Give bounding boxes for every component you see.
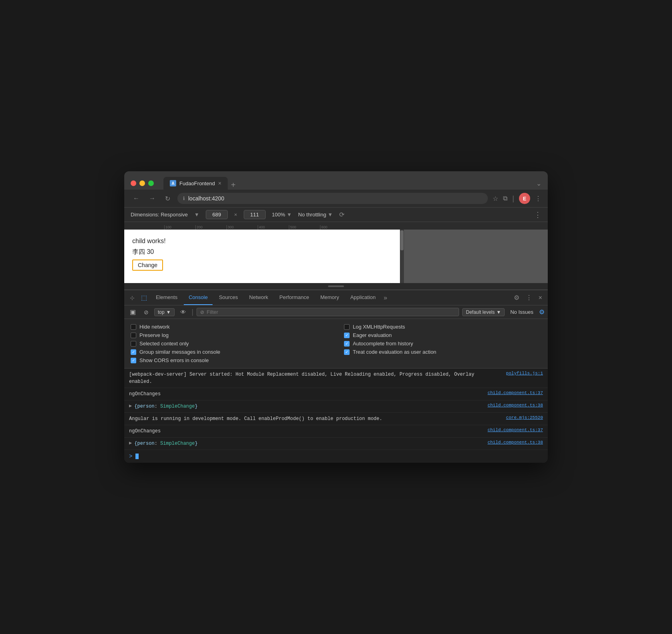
expand-icon-1[interactable]: ▶ bbox=[129, 403, 132, 409]
cors-errors-label: Show CORS errors in console bbox=[139, 357, 209, 363]
autocomplete-checkbox[interactable] bbox=[344, 341, 350, 347]
tab-close-button[interactable]: × bbox=[218, 180, 221, 186]
context-label: top bbox=[158, 309, 165, 315]
console-prompt[interactable]: > bbox=[124, 450, 548, 463]
devtools-settings-button[interactable]: ⚙ bbox=[511, 291, 522, 305]
tab-performance[interactable]: Performance bbox=[274, 290, 314, 305]
console-sidebar-button[interactable]: ▣ bbox=[127, 307, 138, 317]
log-entry-object-2: ▶ {person: SimpleChange} child.component… bbox=[124, 438, 548, 450]
log-source-polyfills[interactable]: polyfills.js:1 bbox=[506, 371, 543, 376]
zoom-selector[interactable]: 100% ▼ bbox=[272, 212, 292, 218]
address-bar[interactable]: ℹ localhost:4200 bbox=[177, 193, 488, 204]
setting-log-xmlhttp: Log XMLHttpRequests bbox=[344, 324, 541, 330]
log-entry-object-1: ▶ {person: SimpleChange} child.component… bbox=[124, 400, 548, 413]
no-issues-label: No Issues bbox=[508, 308, 536, 316]
throttle-selector[interactable]: No throttling ▼ bbox=[298, 212, 333, 218]
bookmark-button[interactable]: ☆ bbox=[493, 195, 498, 202]
log-entry-ngonchanges-1: ngOnChanges child.component.ts:37 bbox=[124, 388, 548, 400]
minimize-button[interactable] bbox=[139, 180, 145, 186]
tab-console[interactable]: Console bbox=[184, 290, 213, 305]
change-button[interactable]: Change bbox=[132, 260, 163, 271]
profile-button[interactable]: E bbox=[519, 193, 530, 204]
cors-errors-checkbox[interactable] bbox=[131, 358, 136, 363]
more-menu-button[interactable]: ⋮ bbox=[535, 195, 541, 202]
console-context-selector[interactable]: top ▼ bbox=[154, 308, 175, 316]
log-xmlhttp-checkbox[interactable] bbox=[344, 324, 350, 330]
autocomplete-label: Autocomplete from history bbox=[353, 341, 413, 347]
log-source-child-38-1[interactable]: child.component.ts:38 bbox=[487, 403, 543, 408]
devtools-device-button[interactable]: ⬚ bbox=[139, 291, 149, 305]
horizontal-resize-bar[interactable] bbox=[124, 283, 548, 289]
tab-elements[interactable]: Elements bbox=[151, 290, 182, 305]
maximize-button[interactable] bbox=[148, 180, 154, 186]
log-text-object-2: {person: SimpleChange} bbox=[134, 440, 481, 447]
log-source-core[interactable]: core.mjs:25520 bbox=[506, 415, 543, 420]
devtools-more-button[interactable]: ⋮ bbox=[523, 291, 535, 305]
new-tab-button[interactable]: + bbox=[231, 180, 236, 190]
eager-eval-checkbox[interactable] bbox=[344, 333, 350, 338]
dimension-separator: × bbox=[234, 212, 237, 218]
setting-selected-context: Selected context only bbox=[131, 341, 328, 347]
group-similar-label: Group similar messages in console bbox=[139, 349, 220, 355]
filter-input[interactable] bbox=[207, 309, 455, 315]
console-log-area: [webpack-dev-server] Server started: Hot… bbox=[124, 369, 548, 463]
devtools-close-button[interactable]: × bbox=[536, 291, 545, 305]
refresh-button[interactable]: ↻ bbox=[163, 193, 173, 204]
log-entry-ngonchanges-2: ngOnChanges child.component.ts:37 bbox=[124, 425, 548, 438]
log-source-child-37[interactable]: child.component.ts:37 bbox=[487, 390, 543, 395]
vertical-scrollbar[interactable] bbox=[400, 230, 404, 289]
tab-network[interactable]: Network bbox=[245, 290, 273, 305]
dimensions-label: Dimensions: Responsive bbox=[131, 212, 188, 218]
console-settings-button[interactable]: ⚙ bbox=[539, 308, 545, 316]
security-icon: ℹ bbox=[183, 196, 185, 201]
person-info: 李四 30 bbox=[132, 248, 392, 256]
viewport-width-input[interactable] bbox=[206, 210, 228, 219]
log-source-child-38-2[interactable]: child.component.ts:38 bbox=[487, 440, 543, 445]
navigation-bar: ← → ↻ ℹ localhost:4200 ☆ ⧉ | E ⋮ bbox=[124, 190, 548, 207]
rotate-button[interactable]: ⟳ bbox=[339, 211, 344, 218]
hide-network-checkbox[interactable] bbox=[131, 324, 136, 330]
tabs-dropdown-button[interactable]: ⌄ bbox=[536, 180, 541, 187]
preserve-log-checkbox[interactable] bbox=[131, 333, 136, 338]
hide-network-label: Hide network bbox=[139, 324, 170, 330]
setting-group-similar: Group similar messages in console bbox=[131, 349, 328, 355]
tabs-overflow-button[interactable]: » bbox=[382, 291, 389, 305]
treat-code-label: Treat code evaluation as user action bbox=[353, 349, 436, 355]
tab-sources[interactable]: Sources bbox=[214, 290, 243, 305]
viewport-height-input[interactable] bbox=[244, 210, 266, 219]
device-toolbar-more[interactable]: ⋮ bbox=[534, 210, 541, 219]
tab-application[interactable]: Application bbox=[346, 290, 381, 305]
back-button[interactable]: ← bbox=[131, 193, 142, 204]
viewport: child works! 李四 30 Change ⇔ bbox=[124, 230, 400, 289]
active-tab[interactable]: A FudaoFrontend × bbox=[163, 177, 228, 190]
settings-left-column: Hide network Preserve log Selected conte… bbox=[131, 324, 328, 363]
tab-memory[interactable]: Memory bbox=[316, 290, 344, 305]
nav-actions: ☆ ⧉ | E ⋮ bbox=[493, 193, 541, 204]
viewport-wrapper: child works! 李四 30 Change ⇔ bbox=[124, 230, 548, 289]
url-text: localhost:4200 bbox=[188, 195, 224, 202]
log-text-ngonchanges-1: ngOnChanges bbox=[129, 390, 481, 398]
extensions-button[interactable]: ⧉ bbox=[503, 195, 507, 202]
console-toolbar: ▣ ⊘ top ▼ 👁 | ⊘ Default levels ▼ No Issu… bbox=[124, 305, 548, 319]
log-source-child-37-2[interactable]: child.component.ts:37 bbox=[487, 428, 543, 432]
console-clear-button[interactable]: ⊘ bbox=[141, 308, 151, 317]
devtools-inspect-button[interactable]: ⊹ bbox=[127, 291, 137, 304]
setting-eager-eval: Eager evaluation bbox=[344, 332, 541, 338]
browser-window: A FudaoFrontend × + ⌄ ← → ↻ ℹ localhost:… bbox=[124, 171, 548, 463]
default-levels-selector[interactable]: Default levels ▼ bbox=[462, 308, 505, 316]
settings-right-column: Log XMLHttpRequests Eager evaluation Aut… bbox=[344, 324, 541, 363]
forward-button[interactable]: → bbox=[147, 193, 158, 204]
close-button[interactable] bbox=[131, 180, 136, 186]
selected-context-checkbox[interactable] bbox=[131, 341, 136, 347]
traffic-lights bbox=[131, 180, 154, 186]
ruler: 100 200 300 400 500 600 bbox=[124, 222, 548, 230]
device-toolbar: Dimensions: Responsive ▼ × 100% ▼ No thr… bbox=[124, 207, 548, 222]
setting-hide-network: Hide network bbox=[131, 324, 328, 330]
console-eye-button[interactable]: 👁 bbox=[178, 307, 189, 317]
tab-bar: A FudaoFrontend × + bbox=[163, 177, 531, 190]
group-similar-checkbox[interactable] bbox=[131, 349, 136, 355]
expand-icon-2[interactable]: ▶ bbox=[129, 440, 132, 446]
log-xmlhttp-label: Log XMLHttpRequests bbox=[353, 324, 405, 330]
treat-code-checkbox[interactable] bbox=[344, 349, 350, 355]
tab-title: FudaoFrontend bbox=[179, 180, 215, 186]
